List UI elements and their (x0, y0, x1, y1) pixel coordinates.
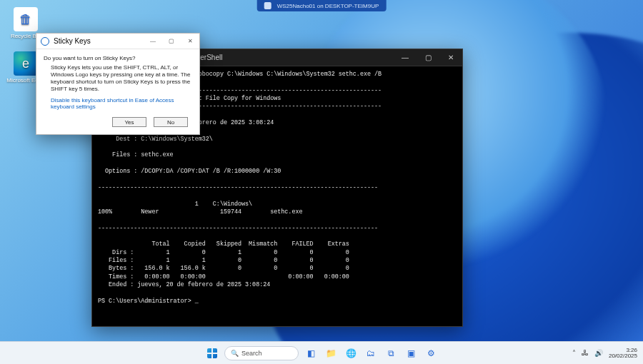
taskbar-app-terminal[interactable]: ▣ (403, 345, 419, 361)
accessibility-icon (41, 37, 49, 46)
tray-chevron-icon[interactable]: ˄ (572, 349, 576, 357)
clock-date: 20/02/2025 (609, 353, 637, 359)
pin-icon (264, 2, 271, 9)
taskbar-app-file-manager[interactable]: 🗂 (363, 345, 379, 361)
close-button[interactable] (439, 49, 462, 66)
remote-connection-bar[interactable]: WS25Nacho01 on DESKTOP-TEIM9UP (257, 0, 387, 11)
maximize-button[interactable] (162, 34, 181, 49)
taskbar-search[interactable]: 🔍 Search (224, 346, 299, 360)
remote-title-text: WS25Nacho01 on DESKTOP-TEIM9UP (277, 3, 379, 9)
sticky-keys-titlebar[interactable]: Sticky Keys (36, 34, 199, 49)
sticky-keys-question: Do you want to turn on Sticky Keys? (44, 55, 192, 61)
sticky-keys-body: Do you want to turn on Sticky Keys? Stic… (36, 49, 199, 134)
edge-icon: e (14, 51, 38, 76)
taskbar-clock[interactable]: 3:26 20/02/2025 (609, 348, 637, 359)
yes-button[interactable]: Yes (112, 117, 146, 127)
windows-logo-icon (207, 348, 217, 358)
taskbar-app-explorer[interactable]: 📁 (323, 345, 339, 361)
minimize-button[interactable] (144, 34, 162, 49)
sticky-keys-description: Sticky Keys lets you use the SHIFT, CTRL… (51, 64, 192, 93)
start-button[interactable] (204, 345, 220, 361)
minimize-button[interactable] (394, 49, 417, 66)
sticky-keys-title: Sticky Keys (49, 37, 144, 45)
network-icon[interactable]: 🖧 (582, 349, 589, 357)
task-view-button[interactable]: ◧ (303, 345, 319, 361)
taskbar[interactable]: 🔍 Search ◧ 📁 🌐 🗂 ⧉ ▣ ⚙ ˄ 🖧 🔊 3:26 20/02/… (0, 341, 643, 364)
ease-of-access-link[interactable]: Disable this keyboard shortcut in Ease o… (51, 97, 192, 110)
maximize-button[interactable] (417, 49, 439, 66)
recycle-bin-icon: 🗑 (14, 7, 38, 31)
system-tray[interactable]: ˄ 🖧 🔊 3:26 20/02/2025 (572, 348, 643, 359)
close-button[interactable] (181, 34, 199, 49)
volume-icon[interactable]: 🔊 (594, 349, 603, 357)
search-placeholder: Search (241, 350, 262, 357)
search-icon: 🔍 (231, 350, 239, 357)
no-button[interactable]: No (154, 117, 188, 127)
sticky-keys-dialog[interactable]: Sticky Keys Do you want to turn on Stick… (36, 33, 200, 135)
taskbar-app-edge[interactable]: 🌐 (343, 345, 359, 361)
taskbar-app-settings[interactable]: ⚙ (423, 345, 439, 361)
taskbar-app-powershell[interactable]: ⧉ (383, 345, 399, 361)
